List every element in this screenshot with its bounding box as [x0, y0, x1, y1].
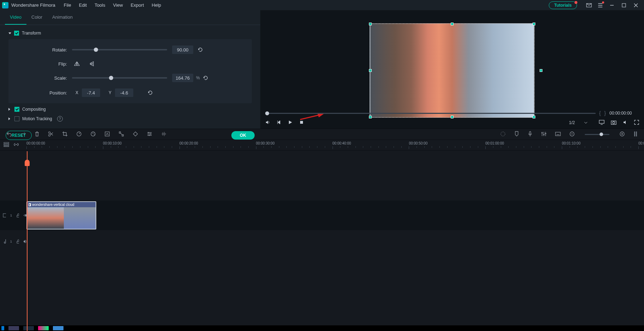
- tab-video[interactable]: Video: [5, 10, 26, 25]
- resize-handle[interactable]: [540, 69, 542, 72]
- ok-button[interactable]: OK: [231, 131, 255, 140]
- mixer-icon[interactable]: [541, 131, 547, 137]
- menu-view[interactable]: View: [113, 2, 123, 8]
- crop-icon[interactable]: [62, 131, 68, 138]
- position-y-input[interactable]: [115, 88, 133, 97]
- svg-rect-38: [3, 214, 6, 217]
- taskbar-app[interactable]: [23, 326, 34, 330]
- speaker-icon[interactable]: [23, 239, 26, 244]
- menu-tools[interactable]: Tools: [95, 2, 105, 8]
- caption-icon[interactable]: [555, 131, 561, 137]
- resize-handle[interactable]: [369, 23, 372, 25]
- scale-input[interactable]: [172, 74, 193, 82]
- eye-icon[interactable]: [23, 214, 26, 217]
- scale-slider[interactable]: [72, 77, 167, 79]
- speed-icon[interactable]: [76, 131, 82, 138]
- menu-file[interactable]: File: [64, 2, 71, 8]
- taskbar-app[interactable]: [38, 326, 49, 330]
- tab-color[interactable]: Color: [26, 10, 47, 25]
- motion-tracking-checkbox[interactable]: [14, 116, 19, 121]
- timeline-ruler[interactable]: 00:00:00:0000:00:10:0000:00:20:0000:00:3…: [0, 140, 644, 151]
- transform-label: Transform: [22, 31, 41, 36]
- menu-edit[interactable]: Edit: [79, 2, 87, 8]
- position-x-input[interactable]: [82, 88, 100, 97]
- step-back-icon[interactable]: [277, 120, 281, 126]
- ruler-tick: 00:00:10:00: [103, 141, 122, 145]
- minimize-button[interactable]: [606, 0, 618, 10]
- help-icon[interactable]: ?: [57, 116, 63, 122]
- split-icon[interactable]: [48, 131, 54, 138]
- preview-canvas[interactable]: [260, 10, 644, 110]
- resize-handle[interactable]: [451, 116, 454, 118]
- green-screen-icon[interactable]: [104, 131, 110, 138]
- flip-vertical-icon[interactable]: [87, 60, 97, 67]
- scale-reset-icon[interactable]: [203, 75, 208, 81]
- rotate-slider[interactable]: [72, 49, 167, 50]
- resize-handle[interactable]: [451, 23, 454, 25]
- detach-icon[interactable]: [119, 131, 124, 138]
- delete-icon[interactable]: [35, 131, 40, 138]
- playhead[interactable]: [27, 151, 28, 331]
- transform-header[interactable]: Transform: [5, 29, 255, 38]
- lock-icon[interactable]: [16, 213, 19, 217]
- link-icon[interactable]: [13, 142, 19, 148]
- svg-rect-41: [17, 241, 19, 243]
- snapshot-icon[interactable]: [611, 120, 616, 126]
- audio-wave-icon[interactable]: [161, 131, 167, 138]
- svg-rect-2: [622, 4, 626, 7]
- chevron-down-icon[interactable]: [584, 121, 588, 124]
- close-button[interactable]: [630, 0, 642, 10]
- transform-checkbox[interactable]: [14, 31, 19, 36]
- audio-icon[interactable]: [623, 120, 628, 126]
- resize-handle[interactable]: [369, 116, 372, 118]
- bracket-right-icon[interactable]: }: [604, 110, 606, 116]
- bracket-left-icon[interactable]: {: [599, 110, 601, 116]
- display-icon[interactable]: [599, 120, 604, 126]
- redo-icon[interactable]: [20, 131, 26, 138]
- fullscreen-icon[interactable]: [634, 120, 639, 126]
- play-icon[interactable]: [288, 120, 293, 126]
- video-track[interactable]: wondershare-vertical cloud: [26, 201, 644, 230]
- resize-handle[interactable]: [533, 23, 535, 25]
- taskbar-app[interactable]: [53, 326, 63, 330]
- position-reset-icon[interactable]: [147, 90, 153, 96]
- zoom-out-icon[interactable]: [569, 131, 575, 138]
- scrub-thumb[interactable]: [265, 111, 269, 115]
- adjust-icon[interactable]: [147, 131, 152, 138]
- scrub-track[interactable]: [265, 113, 596, 114]
- tutorials-button[interactable]: Tutorials: [549, 1, 577, 9]
- zoom-in-icon[interactable]: [619, 131, 625, 138]
- rotate-input[interactable]: [172, 45, 193, 54]
- preview-video-frame[interactable]: [370, 23, 535, 118]
- marker-icon[interactable]: [514, 131, 519, 138]
- color-icon[interactable]: [90, 131, 96, 138]
- resize-handle[interactable]: [533, 116, 535, 118]
- resize-handle[interactable]: [369, 69, 372, 72]
- maximize-button[interactable]: [618, 0, 630, 10]
- zoom-fit-icon[interactable]: [633, 131, 638, 138]
- tab-animation[interactable]: Animation: [47, 10, 78, 25]
- menu-help[interactable]: Help: [152, 2, 161, 8]
- compositing-checkbox[interactable]: [14, 107, 19, 112]
- mic-icon[interactable]: [528, 131, 533, 138]
- undo-icon[interactable]: [6, 131, 12, 138]
- rotate-reset-icon[interactable]: [198, 47, 203, 53]
- render-icon[interactable]: [500, 131, 506, 138]
- taskbar-app[interactable]: [8, 326, 19, 330]
- mail-icon[interactable]: [586, 2, 592, 8]
- video-clip[interactable]: wondershare-vertical cloud: [26, 201, 96, 229]
- keyframe-icon[interactable]: [133, 131, 138, 138]
- menu-export[interactable]: Export: [130, 2, 144, 8]
- zoom-slider[interactable]: [585, 134, 609, 135]
- list-icon[interactable]: [597, 2, 603, 8]
- preview-ratio[interactable]: 1/2: [566, 120, 578, 125]
- lock-icon[interactable]: [16, 239, 19, 244]
- taskbar-app[interactable]: [1, 326, 4, 330]
- volume-icon[interactable]: [265, 120, 270, 126]
- flip-horizontal-icon[interactable]: [72, 60, 82, 67]
- motion-tracking-header[interactable]: Motion Tracking ?: [5, 114, 255, 124]
- audio-track[interactable]: [26, 231, 644, 252]
- track-manage-icon[interactable]: [4, 142, 9, 148]
- compositing-header[interactable]: Compositing: [5, 105, 255, 114]
- stop-icon[interactable]: [299, 120, 304, 126]
